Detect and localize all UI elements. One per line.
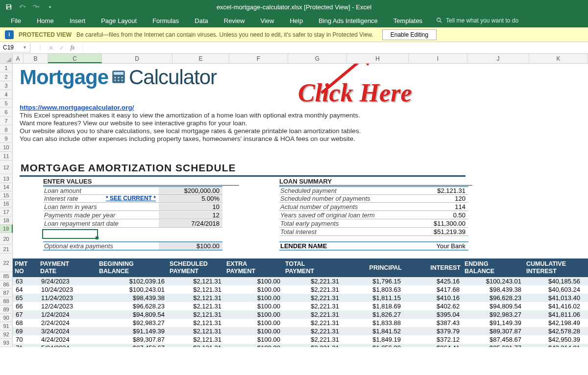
table-header-cell[interactable]: BEGINNINGBALANCE bbox=[97, 260, 168, 275]
name-box[interactable]: C19▼ bbox=[0, 43, 30, 52]
tab-data[interactable]: Data bbox=[188, 14, 215, 27]
cell-value[interactable]: 10 bbox=[159, 203, 222, 211]
col-header[interactable]: I bbox=[409, 54, 467, 63]
row-header[interactable]: 12 bbox=[0, 161, 13, 174]
tab-formulas[interactable]: Formulas bbox=[146, 14, 186, 27]
tab-view[interactable]: View bbox=[253, 14, 281, 27]
tab-page-layout[interactable]: Page Layout bbox=[94, 14, 144, 27]
table-row[interactable]: 671/24/2024$94,809.54$2,121.31$100.00$2,… bbox=[13, 310, 588, 319]
cell-value[interactable]: $200,000.00 bbox=[159, 186, 222, 195]
tab-review[interactable]: Review bbox=[217, 14, 252, 27]
fx-icon[interactable]: fx bbox=[69, 44, 76, 51]
table-row[interactable]: 715/24/2024$87,458.67$2,121.31$100.00$2,… bbox=[13, 344, 588, 347]
cell-value[interactable]: 12 bbox=[159, 211, 222, 219]
row-header[interactable]: 89 bbox=[0, 305, 13, 314]
row-header[interactable]: 2 bbox=[0, 72, 13, 81]
table-row[interactable]: 6612/24/2023$96,628.23$2,121.31$100.00$2… bbox=[13, 302, 588, 310]
tab-templates[interactable]: Templates bbox=[387, 14, 429, 27]
col-header[interactable]: H bbox=[347, 54, 409, 63]
tab-bing-ads[interactable]: Bing Ads Intelligence bbox=[312, 14, 385, 27]
table-header-cell[interactable]: PMTNO bbox=[13, 260, 38, 275]
row-header[interactable]: 3 bbox=[0, 81, 13, 90]
active-cell[interactable] bbox=[42, 229, 98, 239]
tab-insert[interactable]: Insert bbox=[63, 14, 93, 27]
see-current-link[interactable]: * SEE CURRENT * bbox=[106, 195, 156, 202]
col-header[interactable]: D bbox=[102, 54, 172, 63]
table-header-cell[interactable]: PAYMENTDATE bbox=[38, 260, 97, 275]
row-header[interactable]: 14 bbox=[0, 183, 13, 191]
row-header[interactable]: 22 bbox=[0, 254, 13, 272]
col-header[interactable]: K bbox=[529, 54, 588, 63]
table-row[interactable]: 6511/24/2023$98,439.38$2,121.31$100.00$2… bbox=[13, 294, 588, 302]
row-header[interactable]: 92 bbox=[0, 330, 13, 339]
col-header[interactable]: B bbox=[24, 54, 48, 63]
desc-line: Want more features? View our website to … bbox=[20, 119, 361, 127]
row-header[interactable]: 85 bbox=[0, 272, 13, 281]
row-header[interactable]: 20 bbox=[0, 233, 13, 245]
col-header[interactable]: E bbox=[172, 54, 229, 63]
table-cell: $379.79 bbox=[404, 328, 463, 335]
table-row[interactable]: 682/24/2024$92,983.27$2,121.31$100.00$2,… bbox=[13, 319, 588, 327]
table-header-cell[interactable]: ENDINGBALANCE bbox=[463, 260, 524, 275]
row-header[interactable]: 5 bbox=[0, 99, 13, 108]
row-header[interactable]: 7 bbox=[0, 117, 13, 125]
col-header-active[interactable]: C bbox=[48, 54, 102, 63]
lender-value[interactable]: Your Bank bbox=[402, 241, 468, 251]
website-link[interactable]: https://www.mortgagecalculator.org/ bbox=[20, 104, 134, 111]
table-header-cell[interactable]: CUMULATIVEINTEREST bbox=[524, 260, 583, 275]
row-header[interactable]: 8 bbox=[0, 125, 13, 134]
row-header[interactable]: 88 bbox=[0, 297, 13, 305]
formula-input[interactable] bbox=[82, 42, 588, 53]
enable-editing-button[interactable]: Enable Editing bbox=[382, 29, 437, 40]
table-header-cell[interactable]: PRINCIPAL bbox=[342, 264, 404, 272]
table-row[interactable]: 639/24/2023$102,039.16$2,121.31$100.00$2… bbox=[13, 277, 588, 285]
tab-home[interactable]: Home bbox=[30, 14, 61, 27]
row-header[interactable]: 90 bbox=[0, 314, 13, 322]
row-header[interactable]: 18 bbox=[0, 216, 13, 225]
col-header[interactable]: A bbox=[13, 54, 24, 63]
tell-me-search[interactable]: Tell me what you want to do bbox=[436, 17, 518, 24]
row-header[interactable]: 16 bbox=[0, 200, 13, 208]
redo-icon[interactable]: ↷ ▾ bbox=[31, 2, 41, 12]
row-header[interactable]: 1 bbox=[0, 64, 13, 72]
row-header[interactable]: 6 bbox=[0, 108, 13, 117]
row-header[interactable]: 93 bbox=[0, 339, 13, 347]
tab-help[interactable]: Help bbox=[283, 14, 310, 27]
cell-value[interactable]: 5.00% bbox=[159, 195, 222, 203]
row-header[interactable]: 17 bbox=[0, 208, 13, 216]
row-header[interactable]: 13 bbox=[0, 174, 13, 183]
qat-customize-icon[interactable]: ▾ bbox=[45, 2, 55, 12]
save-icon[interactable] bbox=[4, 2, 14, 12]
table-header-cell[interactable]: SCHEDULEDPAYMENT bbox=[168, 260, 224, 275]
row-header[interactable]: 19 bbox=[0, 225, 13, 233]
quick-access-toolbar: ↶ ▾ ↷ ▾ ▾ bbox=[0, 2, 59, 12]
undo-icon[interactable]: ↶ ▾ bbox=[18, 2, 27, 12]
table-row[interactable]: 704/24/2024$89,307.87$2,121.31$100.00$2,… bbox=[13, 335, 588, 344]
protected-view-message: Be careful—files from the Internet can c… bbox=[76, 31, 373, 38]
tab-file[interactable]: File bbox=[4, 14, 28, 27]
table-row[interactable]: 693/24/2024$91,149.39$2,121.31$100.00$2,… bbox=[13, 327, 588, 335]
cancel-icon[interactable]: ✕ bbox=[47, 45, 55, 51]
table-cell: $100.00 bbox=[224, 328, 283, 335]
col-header[interactable]: J bbox=[467, 54, 529, 63]
row-header[interactable]: 15 bbox=[0, 191, 13, 200]
row-header[interactable]: 11 bbox=[0, 152, 13, 161]
row-header[interactable]: 9 bbox=[0, 134, 13, 143]
table-header-cell[interactable]: TOTALPAYMENT bbox=[283, 260, 342, 275]
row-header[interactable]: 86 bbox=[0, 281, 13, 289]
col-header[interactable]: F bbox=[229, 54, 288, 63]
table-header-cell[interactable]: INTEREST bbox=[404, 264, 463, 272]
svg-point-5 bbox=[118, 77, 119, 78]
row-header[interactable]: 91 bbox=[0, 322, 13, 330]
row-header[interactable]: 21 bbox=[0, 245, 13, 254]
table-header-cell[interactable]: EXTRAPAYMENT bbox=[224, 260, 283, 275]
select-all-button[interactable] bbox=[0, 54, 13, 63]
row-header[interactable]: 4 bbox=[0, 90, 13, 99]
table-row[interactable]: 6410/24/2023$100,243.01$2,121.31$100.00$… bbox=[13, 285, 588, 294]
worksheet-grid[interactable]: 1234567891011121314151617181920212285868… bbox=[0, 64, 588, 347]
row-header[interactable]: 87 bbox=[0, 289, 13, 297]
row-header[interactable]: 10 bbox=[0, 143, 13, 152]
col-header[interactable]: G bbox=[288, 54, 347, 63]
cell-value[interactable]: 7/24/2018 bbox=[159, 220, 222, 228]
enter-icon[interactable]: ✓ bbox=[58, 45, 66, 51]
